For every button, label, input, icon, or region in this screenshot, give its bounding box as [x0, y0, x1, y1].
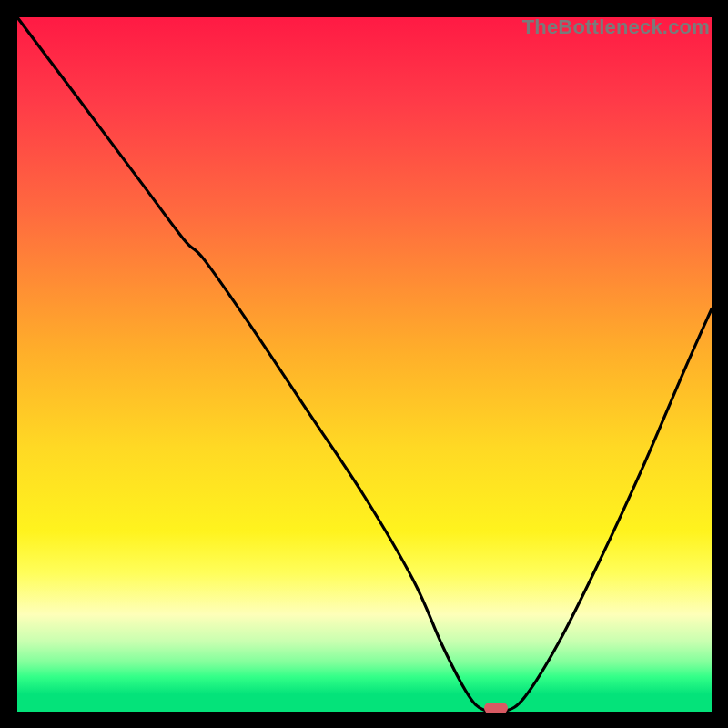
chart-frame: TheBottleneck.com — [17, 17, 712, 712]
bottleneck-curve — [17, 17, 712, 712]
curve-path — [17, 17, 712, 712]
optimal-point-marker — [484, 703, 508, 713]
